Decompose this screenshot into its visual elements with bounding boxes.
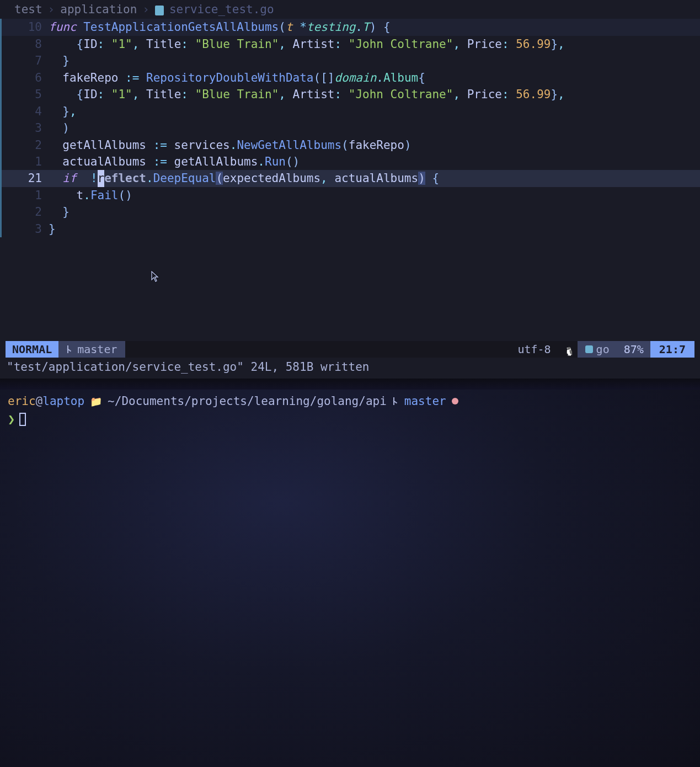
token-brace: } xyxy=(551,88,558,101)
token-brace: } xyxy=(49,222,56,236)
token-ident xyxy=(49,38,77,51)
token-paren: ( xyxy=(279,20,286,34)
code-line[interactable]: 1 actualAlbums := getAllAlbums.Run() xyxy=(0,153,700,170)
gutter-line-number: 3 xyxy=(0,221,49,237)
token-ident: getAllAlbums xyxy=(62,139,153,152)
breadcrumb-segment[interactable]: application xyxy=(60,1,137,18)
code-content[interactable]: {ID: "1", Title: "Blue Train", Artist: "… xyxy=(49,36,700,52)
token-brace: } xyxy=(551,38,558,51)
code-content[interactable]: {ID: "1", Title: "Blue Train", Artist: "… xyxy=(49,86,700,103)
code-content[interactable]: getAllAlbums := services.NewGetAllAlbums… xyxy=(49,137,700,153)
token-bold: eflect xyxy=(104,172,146,185)
token-punc: . xyxy=(146,172,153,185)
code-content[interactable]: fakeRepo := RepositoryDoubleWithData([]d… xyxy=(49,70,700,86)
code-content[interactable]: func TestApplicationGetsAllAlbums(t *tes… xyxy=(49,19,700,35)
code-content[interactable]: }, xyxy=(49,103,700,120)
token-ident: services xyxy=(174,139,230,152)
token-punc: . xyxy=(355,20,362,34)
code-line[interactable]: 3} xyxy=(0,221,700,237)
command-message: "test/application/service_test.go" 24L, … xyxy=(7,359,693,375)
gutter-line-number: 5 xyxy=(0,86,49,103)
token-ident xyxy=(49,105,62,118)
status-filetype-label: go xyxy=(596,342,610,358)
code-line[interactable]: 5 {ID: "1", Title: "Blue Train", Artist:… xyxy=(0,86,700,103)
gutter-line-number: 6 xyxy=(0,70,49,86)
token-paren: ) xyxy=(125,189,132,202)
token-punc: , xyxy=(320,172,334,185)
token-brace: { xyxy=(432,172,439,185)
status-branch-name: master xyxy=(77,342,117,358)
token-kw: func xyxy=(49,20,83,34)
token-ident xyxy=(49,189,77,202)
code-line[interactable]: 4 }, xyxy=(0,103,700,120)
token-brace: { xyxy=(77,38,84,51)
token-ident xyxy=(49,54,62,67)
token-str: "John Coltrane" xyxy=(349,38,453,51)
code-content[interactable]: } xyxy=(49,204,700,220)
code-line[interactable]: 3 ) xyxy=(0,120,700,136)
token-field: Price xyxy=(467,88,502,101)
token-brace: { xyxy=(418,71,425,84)
token-op: * xyxy=(300,20,307,34)
terminal-pane[interactable]: eric@laptop ~/Documents/projects/learnin… xyxy=(0,390,700,767)
token-ident xyxy=(49,71,62,84)
code-line[interactable]: 6 fakeRepo := RepositoryDoubleWithData([… xyxy=(0,70,700,86)
token-brace: } xyxy=(62,205,70,219)
code-line[interactable]: 8 {ID: "1", Title: "Blue Train", Artist:… xyxy=(0,36,700,52)
token-str: "Blue Train" xyxy=(195,88,279,101)
breadcrumb-file[interactable]: service_test.go xyxy=(169,1,274,18)
token-num: 56.99 xyxy=(516,88,551,101)
token-pkg2: Album xyxy=(383,71,418,84)
code-line[interactable]: 7 } xyxy=(0,52,700,69)
terminal-branch: master xyxy=(404,393,446,409)
token-kw: if xyxy=(62,172,83,185)
code-content[interactable]: t.Fail() xyxy=(49,187,700,204)
token-fn: TestApplicationGetsAllAlbums xyxy=(83,20,279,34)
token-ident xyxy=(376,20,383,34)
gutter-line-number: 3 xyxy=(0,120,49,136)
token-ident xyxy=(49,205,62,219)
editor-pane[interactable]: test › application › service_test.go 10f… xyxy=(0,0,700,379)
token-punc: , xyxy=(558,38,565,51)
code-content[interactable]: } xyxy=(49,221,700,237)
code-line[interactable]: 10func TestApplicationGetsAllAlbums(t *t… xyxy=(0,19,700,35)
token-punc: , xyxy=(132,88,146,101)
code-content[interactable]: ) xyxy=(49,120,700,136)
terminal-input-line[interactable]: ❯ xyxy=(8,411,692,428)
pane-divider[interactable] xyxy=(0,379,700,390)
token-ident: expectedAlbums xyxy=(223,172,320,185)
token-field: ID xyxy=(83,38,97,51)
code-line[interactable]: 1 t.Fail() xyxy=(0,187,700,204)
token-op: := xyxy=(153,155,174,168)
token-ident: actualAlbums xyxy=(334,172,418,185)
token-punc: . xyxy=(258,155,265,168)
token-paren: ) xyxy=(404,139,412,152)
status-position: 21:7 xyxy=(650,341,694,358)
token-param: t xyxy=(286,20,300,34)
code-content[interactable]: } xyxy=(49,52,700,69)
code-line[interactable]: 2 } xyxy=(0,204,700,220)
token-ident: actualAlbums xyxy=(62,155,153,168)
gutter-line-number: 2 xyxy=(0,137,49,153)
status-os xyxy=(559,341,578,358)
token-paren: ( xyxy=(286,155,293,168)
gutter-line-number: 7 xyxy=(0,52,49,69)
token-paren: ( xyxy=(118,189,125,202)
code-content[interactable]: if !reflect.DeepEqual(expectedAlbums, ac… xyxy=(49,170,700,187)
code-line[interactable]: 21 if !reflect.DeepEqual(expectedAlbums,… xyxy=(0,170,700,187)
token-paren-match: ) xyxy=(418,172,425,185)
token-paren: ( xyxy=(341,139,349,152)
code-area[interactable]: 10func TestApplicationGetsAllAlbums(t *t… xyxy=(0,19,700,237)
token-ident xyxy=(49,172,62,185)
token-fncall: NewGetAllAlbums xyxy=(237,139,341,152)
terminal-at: @ xyxy=(36,393,43,409)
token-punc: , xyxy=(70,105,77,118)
code-content[interactable]: actualAlbums := getAllAlbums.Run() xyxy=(49,153,700,170)
token-brace: } xyxy=(62,105,70,118)
token-paren: ) xyxy=(62,121,70,135)
breadcrumb-segment[interactable]: test xyxy=(14,1,42,18)
token-field: Title xyxy=(146,88,181,101)
code-line[interactable]: 2 getAllAlbums := services.NewGetAllAlbu… xyxy=(0,137,700,153)
token-str: "John Coltrane" xyxy=(349,88,453,101)
gutter-line-number: 21 xyxy=(0,170,49,187)
